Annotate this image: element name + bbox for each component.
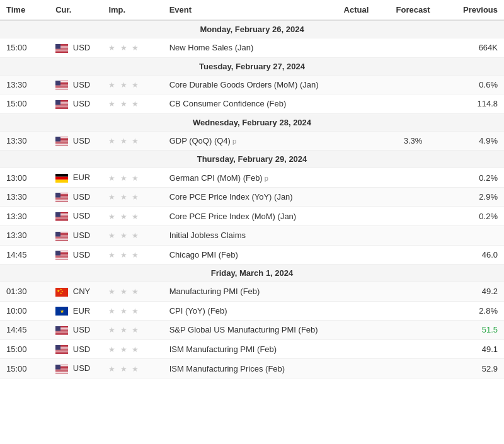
svg-rect-41 bbox=[55, 100, 60, 105]
event-name[interactable]: New Home Sales (Jan) bbox=[163, 38, 330, 58]
svg-rect-10 bbox=[55, 50, 68, 51]
svg-rect-94 bbox=[55, 236, 68, 237]
event-actual bbox=[329, 131, 382, 151]
event-forecast bbox=[382, 245, 443, 265]
event-currency: USD bbox=[49, 131, 102, 151]
event-name[interactable]: ISM Manufacturing PMI (Feb) bbox=[163, 339, 330, 359]
event-currency: USD bbox=[49, 94, 102, 114]
day-header-row: Thursday, February 29, 2024 bbox=[0, 151, 504, 168]
importance-stars: ★ ★ ★ bbox=[108, 231, 140, 240]
event-name[interactable]: Core PCE Price Index (MoM) (Jan) bbox=[163, 207, 330, 226]
svg-rect-112 bbox=[55, 258, 68, 259]
event-name[interactable]: Initial Jobless Claims bbox=[163, 225, 330, 245]
event-time: 15:00 bbox=[0, 339, 49, 359]
svg-rect-35 bbox=[55, 105, 68, 105]
svg-rect-145 bbox=[55, 351, 68, 352]
svg-rect-66 bbox=[55, 198, 68, 198]
event-name[interactable]: CPI (YoY) (Feb) bbox=[163, 301, 330, 321]
event-name[interactable]: GDP (QoQ) (Q4)p bbox=[163, 131, 330, 151]
table-row: 13:30 USD ★ ★ ★ GDP (QoQ) (Q4)p bbox=[0, 131, 504, 151]
event-actual bbox=[329, 225, 382, 245]
svg-rect-81 bbox=[55, 218, 68, 219]
svg-rect-55 bbox=[55, 137, 60, 142]
svg-rect-40 bbox=[55, 108, 68, 109]
event-currency: USD bbox=[49, 359, 102, 379]
day-header-label: Tuesday, February 27, 2024 bbox=[0, 57, 504, 75]
event-importance: ★ ★ ★ bbox=[102, 282, 163, 302]
currency-code: CNY bbox=[73, 287, 90, 296]
event-name[interactable]: German CPI (MoM) (Feb)p bbox=[163, 168, 330, 188]
svg-rect-132 bbox=[55, 333, 68, 334]
event-forecast bbox=[382, 321, 443, 340]
svg-rect-97 bbox=[55, 238, 68, 239]
importance-stars: ★ ★ ★ bbox=[108, 43, 140, 52]
event-actual bbox=[329, 187, 382, 207]
event-name[interactable]: ISM Manufacturing Prices (Feb) bbox=[163, 359, 330, 379]
event-name[interactable]: Chicago PMI (Feb) bbox=[163, 245, 330, 265]
svg-rect-54 bbox=[55, 145, 68, 145]
event-forecast: 3.3% bbox=[382, 131, 443, 151]
svg-rect-69 bbox=[55, 200, 68, 200]
event-actual bbox=[329, 207, 382, 226]
event-forecast bbox=[382, 168, 443, 188]
header-time: Time bbox=[0, 0, 49, 20]
svg-rect-67 bbox=[55, 198, 68, 199]
currency-flag bbox=[55, 251, 68, 259]
event-importance: ★ ★ ★ bbox=[102, 75, 163, 94]
event-previous: 664K bbox=[444, 38, 504, 58]
currency-flag bbox=[55, 326, 68, 335]
svg-rect-71 bbox=[55, 201, 68, 202]
importance-stars: ★ ★ ★ bbox=[108, 137, 140, 145]
event-currency: USD bbox=[49, 187, 102, 207]
svg-rect-161 bbox=[55, 372, 68, 373]
currency-flag bbox=[55, 100, 68, 109]
event-currency: USD bbox=[49, 225, 102, 245]
event-name[interactable]: CB Consumer Confidence (Feb) bbox=[163, 94, 330, 114]
svg-rect-84 bbox=[55, 220, 68, 220]
event-time: 13:30 bbox=[0, 75, 49, 94]
svg-rect-148 bbox=[55, 353, 68, 354]
importance-stars: ★ ★ ★ bbox=[108, 326, 140, 334]
day-header-row: Tuesday, February 27, 2024 bbox=[0, 57, 504, 75]
importance-stars: ★ ★ ★ bbox=[108, 100, 140, 108]
event-currency: USD bbox=[49, 245, 102, 265]
event-forecast bbox=[382, 207, 443, 226]
svg-rect-37 bbox=[55, 106, 68, 106]
event-actual bbox=[329, 301, 382, 321]
event-name[interactable]: S&P Global US Manufacturing PMI (Feb) bbox=[163, 321, 330, 340]
table-row: 13:30 USD ★ ★ ★ Core PCE Price Index ( bbox=[0, 207, 504, 226]
currency-flag bbox=[55, 137, 68, 145]
currency-code: USD bbox=[73, 231, 90, 240]
svg-rect-21 bbox=[55, 86, 68, 86]
svg-rect-134 bbox=[55, 334, 68, 335]
svg-rect-52 bbox=[55, 144, 68, 144]
importance-stars: ★ ★ ★ bbox=[108, 287, 140, 296]
svg-rect-163 bbox=[55, 365, 60, 370]
preliminary-badge: p bbox=[265, 174, 268, 182]
event-importance: ★ ★ ★ bbox=[102, 225, 163, 245]
event-previous: 0.6% bbox=[444, 75, 504, 94]
event-name[interactable]: Core Durable Goods Orders (MoM) (Jan) bbox=[163, 75, 330, 94]
event-name[interactable]: Manufacturing PMI (Feb) bbox=[163, 282, 330, 302]
event-currency: ★ ★ ★ ★ CNY bbox=[49, 282, 102, 302]
header-importance: Imp. bbox=[102, 0, 163, 20]
event-importance: ★ ★ ★ bbox=[102, 207, 163, 226]
event-forecast bbox=[382, 359, 443, 379]
currency-code: USD bbox=[73, 250, 90, 259]
svg-rect-113 bbox=[55, 259, 68, 259]
day-header-row: Wednesday, February 28, 2024 bbox=[0, 113, 504, 131]
event-previous: 0.2% bbox=[444, 168, 504, 188]
event-name[interactable]: Core PCE Price Index (YoY) (Jan) bbox=[163, 187, 330, 207]
svg-rect-50 bbox=[55, 142, 68, 143]
currency-flag bbox=[55, 44, 68, 53]
svg-rect-157 bbox=[55, 369, 68, 370]
currency-code: USD bbox=[73, 325, 90, 334]
svg-rect-130 bbox=[55, 331, 68, 332]
currency-code: EUR bbox=[73, 173, 90, 182]
event-importance: ★ ★ ★ bbox=[102, 245, 163, 265]
svg-rect-109 bbox=[55, 256, 68, 257]
svg-rect-143 bbox=[55, 350, 68, 351]
currency-flag: ★ ★ ★ ★ bbox=[55, 288, 68, 297]
svg-text:★: ★ bbox=[60, 292, 62, 295]
event-previous: 2.8% bbox=[444, 301, 504, 321]
